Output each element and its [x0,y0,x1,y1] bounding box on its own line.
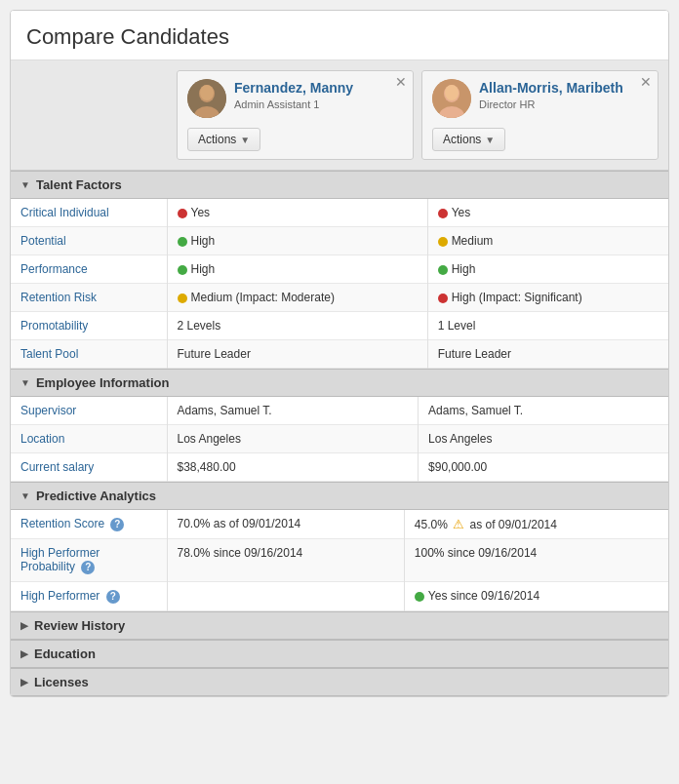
row-label-promotability: Promotability [11,312,167,340]
row-val2-salary: $90,000.00 [419,453,668,482]
row-label-salary: Current salary [11,453,167,482]
svg-point-3 [200,85,214,100]
row-val1-location: Los Angeles [167,425,419,453]
dropdown-arrow-maribeth: ▼ [485,135,495,145]
predictive-analytics-header[interactable]: ▼ Predictive Analytics [11,482,668,510]
row-val2-talent-pool: Future Leader [427,340,668,369]
candidate-details-manny: Fernandez, Manny Admin Assistant 1 [234,79,353,110]
avatar-maribeth [432,79,471,118]
row-val2-location: Los Angeles [419,425,668,453]
row-val2-performance: High [427,255,668,284]
licenses-header[interactable]: ▶ Licenses [11,668,668,696]
row-val2-critical: Yes [427,199,668,227]
actions-label-maribeth: Actions [443,133,481,146]
row-val1-salary: $38,480.00 [167,453,419,482]
row-val1-retention-risk: Medium (Impact: Moderate) [167,284,427,312]
row-val1-hp-probability: 78.0% since 09/16/2014 [167,539,404,582]
row-label-talent-pool: Talent Pool [11,340,167,369]
row-label-high-performer: High Performer ? [11,581,167,610]
talent-factors-header[interactable]: ▼ Talent Factors [11,171,668,199]
employee-info-table: Supervisor Adams, Samuel T. Adams, Samue… [11,397,668,482]
table-row: High Performer ? Yes since 09/16/2014 [11,581,668,610]
candidate-title-maribeth: Director HR [479,98,623,110]
svg-point-7 [445,85,459,100]
row-val1-talent-pool: Future Leader [167,340,427,369]
row-val1-retention-score: 70.0% as of 09/01/2014 [167,510,404,539]
dot-red-icon [438,294,448,303]
dot-green-icon [415,592,424,602]
table-row: Potential High Medium [11,227,668,255]
row-val1-critical: Yes [167,199,427,227]
row-val1-supervisor: Adams, Samuel T. [167,397,419,425]
candidate-info-manny: Fernandez, Manny Admin Assistant 1 [187,79,403,118]
dot-green-icon [178,265,187,275]
review-history-label: Review History [34,618,125,633]
row-val2-retention-score: 45.0% ⚠ as of 09/01/2014 [404,510,668,539]
actions-button-manny[interactable]: Actions ▼ [187,128,260,151]
talent-factors-triangle: ▼ [20,179,30,190]
table-row: Promotability 2 Levels 1 Level [11,312,668,340]
talent-factors-table: Critical Individual Yes Yes Potential Hi… [11,199,668,369]
warning-icon: ⚠ [453,517,464,531]
row-val1-high-performer [167,581,404,610]
row-val1-promotability: 2 Levels [167,312,427,340]
row-val2-potential: Medium [427,227,668,255]
table-row: Retention Score ? 70.0% as of 09/01/2014… [11,510,668,539]
row-label-hp-probability: High Performer Probability ? [11,539,167,582]
review-history-header[interactable]: ▶ Review History [11,611,668,640]
dot-red-icon [178,209,187,218]
dot-red-icon [438,209,448,218]
row-val2-high-performer: Yes since 09/16/2014 [404,581,668,610]
review-history-triangle: ▶ [20,620,28,631]
row-label-performance: Performance [11,255,167,284]
education-header[interactable]: ▶ Education [11,640,668,668]
candidates-header: ✕ Fernandez, Manny Admin Assistant 1 Act… [11,60,668,171]
predictive-analytics-triangle: ▼ [20,490,30,501]
predictive-analytics-table: Retention Score ? 70.0% as of 09/01/2014… [11,510,668,611]
candidate-card-maribeth: ✕ Allan-Morris, Maribeth Director HR Act… [421,70,659,160]
close-manny-button[interactable]: ✕ [395,75,407,89]
candidate-card-manny: ✕ Fernandez, Manny Admin Assistant 1 Act… [177,70,414,160]
dot-green-icon [178,237,187,247]
predictive-analytics-label: Predictive Analytics [36,489,156,503]
row-val1-potential: High [167,227,427,255]
compare-candidates-container: Compare Candidates ✕ Fernandez, Manny Ad… [10,10,669,697]
table-row: Current salary $38,480.00 $90,000.00 [11,453,668,482]
close-maribeth-button[interactable]: ✕ [640,75,652,89]
row-label-supervisor: Supervisor [11,397,167,425]
licenses-label: Licenses [34,675,89,689]
page-title: Compare Candidates [11,11,668,60]
help-icon-retention-score[interactable]: ? [110,518,124,531]
dot-green-icon [438,265,448,275]
table-row: High Performer Probability ? 78.0% since… [11,539,668,582]
dot-yellow-icon [438,237,448,247]
candidate-name-manny: Fernandez, Manny [234,79,353,97]
dot-yellow-icon [178,294,187,303]
row-val2-promotability: 1 Level [427,312,668,340]
row-val2-supervisor: Adams, Samuel T. [419,397,668,425]
row-label-retention-score: Retention Score ? [11,510,167,539]
row-label-retention-risk: Retention Risk [11,284,167,312]
table-row: Critical Individual Yes Yes [11,199,668,227]
row-val2-hp-probability: 100% since 09/16/2014 [404,539,668,582]
education-label: Education [34,647,96,661]
candidate-name-maribeth: Allan-Morris, Maribeth [479,79,623,97]
table-row: Supervisor Adams, Samuel T. Adams, Samue… [11,397,668,425]
avatar-manny [187,79,226,118]
dropdown-arrow-manny: ▼ [240,135,250,145]
help-icon-high-performer[interactable]: ? [106,590,120,604]
table-row: Performance High High [11,255,668,284]
candidate-title-manny: Admin Assistant 1 [234,98,353,110]
employee-info-header[interactable]: ▼ Employee Information [11,369,668,397]
row-label-location: Location [11,425,167,453]
candidate-info-maribeth: Allan-Morris, Maribeth Director HR [432,79,648,118]
help-icon-hp-probability[interactable]: ? [81,561,95,574]
row-val2-retention-risk: High (Impact: Significant) [427,284,668,312]
actions-button-maribeth[interactable]: Actions ▼ [432,128,505,151]
row-label-critical: Critical Individual [11,199,167,227]
table-row: Talent Pool Future Leader Future Leader [11,340,668,369]
employee-info-triangle: ▼ [20,377,30,388]
licenses-triangle: ▶ [20,677,28,687]
talent-factors-label: Talent Factors [36,177,122,192]
education-triangle: ▶ [20,648,28,659]
